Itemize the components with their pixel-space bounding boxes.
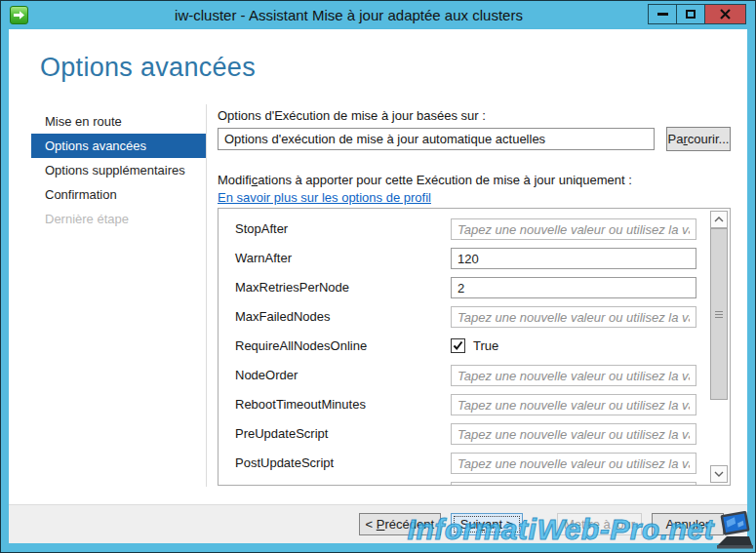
based-on-label: Options d'Exécution de mise à jour basée… bbox=[218, 108, 486, 123]
option-label: RequireAllNodesOnline bbox=[235, 332, 367, 361]
scrollbar-grip bbox=[715, 311, 723, 312]
sidebar-item-mise-en-route[interactable]: Mise en route bbox=[31, 109, 206, 134]
checkmark-icon bbox=[453, 340, 463, 351]
option-checkbox-label: True bbox=[473, 332, 498, 361]
option-row-nodeorder: NodeOrder bbox=[219, 361, 706, 390]
close-icon bbox=[720, 9, 731, 20]
option-label: RebootTimeoutMinutes bbox=[235, 390, 366, 419]
option-row-reboottimeoutminutes: RebootTimeoutMinutes bbox=[219, 390, 706, 419]
chevron-up-icon bbox=[714, 217, 724, 222]
sidebar-divider bbox=[206, 104, 207, 487]
option-input-postupdatescript[interactable] bbox=[451, 453, 696, 474]
option-label: WarnAfter bbox=[235, 244, 292, 273]
window-controls bbox=[649, 4, 746, 24]
previous-button[interactable]: < Précédent bbox=[359, 513, 441, 535]
wizard-steps-sidebar: Mise en route Options avancées Options s… bbox=[31, 109, 206, 231]
based-on-input[interactable] bbox=[218, 128, 655, 150]
option-input-nodeorder[interactable] bbox=[451, 365, 696, 386]
options-listbox: StopAfterWarnAfterMaxRetriesPerNodeMaxFa… bbox=[218, 208, 731, 486]
option-row-warnafter: WarnAfter bbox=[219, 244, 706, 273]
sidebar-item-options-supplementaires[interactable]: Options supplémentaires bbox=[31, 158, 206, 182]
browse-button[interactable]: Parcourir... bbox=[666, 127, 731, 151]
option-row-postupdatescript: PostUpdateScript bbox=[219, 449, 706, 478]
option-input-stopafter[interactable] bbox=[451, 218, 696, 240]
option-input-preupdatescript[interactable] bbox=[451, 423, 696, 445]
option-label: MaxRetriesPerNode bbox=[235, 273, 349, 302]
option-input-configurationname[interactable] bbox=[451, 482, 696, 486]
cancel-button[interactable]: Annuler bbox=[652, 513, 724, 535]
close-button[interactable] bbox=[704, 4, 746, 24]
option-label: StopAfter bbox=[235, 215, 288, 244]
option-label: MaxFailedNodes bbox=[235, 302, 331, 332]
minimize-icon bbox=[657, 13, 668, 16]
option-input-maxretriespernode[interactable] bbox=[451, 277, 696, 298]
scrollbar-up-button[interactable] bbox=[710, 211, 728, 228]
next-button[interactable]: Suivant > bbox=[451, 513, 523, 535]
browse-button-label-end: courir... bbox=[688, 132, 730, 146]
option-checkbox-requireallnodesonline[interactable] bbox=[451, 338, 465, 353]
scrollbar-down-button[interactable] bbox=[710, 465, 728, 483]
window-title: iw-cluster - Assistant Mise à jour adapt… bbox=[60, 1, 638, 29]
update-button: Mettre à jour bbox=[557, 513, 642, 535]
option-row-preupdatescript: PreUpdateScript bbox=[219, 419, 706, 449]
green-arrow-icon bbox=[13, 10, 25, 20]
sidebar-item-confirmation[interactable]: Confirmation bbox=[31, 182, 206, 207]
option-row-maxfailednodes: MaxFailedNodes bbox=[219, 302, 706, 332]
sidebar-item-derniere-etape: Dernière étape bbox=[31, 207, 206, 231]
cau-wizard-icon bbox=[10, 6, 28, 24]
wizard-body: Options avancées Mise en route Options a… bbox=[9, 29, 747, 543]
maximize-button[interactable] bbox=[676, 4, 705, 24]
option-label: ConfigurationName bbox=[235, 478, 344, 486]
browse-button-label: Pa bbox=[668, 132, 684, 146]
chevron-down-icon bbox=[714, 471, 724, 477]
sidebar-item-options-avancees[interactable]: Options avancées bbox=[31, 134, 206, 158]
option-input-maxfailednodes[interactable] bbox=[451, 306, 696, 328]
option-row-configurationname: ConfigurationName bbox=[219, 478, 706, 486]
option-label: PreUpdateScript bbox=[235, 419, 328, 449]
wizard-window: iw-cluster - Assistant Mise à jour adapt… bbox=[0, 0, 756, 553]
title-bar: iw-cluster - Assistant Mise à jour adapt… bbox=[1, 1, 755, 29]
option-row-stopafter: StopAfter bbox=[219, 215, 706, 244]
option-row-maxretriespernode: MaxRetriesPerNode bbox=[219, 273, 706, 302]
option-input-warnafter[interactable] bbox=[451, 248, 696, 269]
main-content: Options d'Exécution de mise à jour basée… bbox=[218, 29, 731, 488]
modifications-label: Modifications à apporter pour cette Exéc… bbox=[218, 173, 632, 187]
maximize-icon bbox=[686, 10, 696, 19]
option-row-requireallnodesonline: RequireAllNodesOnlineTrue bbox=[219, 332, 706, 361]
vertical-scrollbar[interactable] bbox=[710, 211, 728, 483]
footer-button-bar: < Précédent Suivant > Mettre à jour Annu… bbox=[9, 504, 747, 543]
option-input-reboottimeoutminutes[interactable] bbox=[451, 394, 696, 415]
options-rows: StopAfterWarnAfterMaxRetriesPerNodeMaxFa… bbox=[219, 215, 706, 486]
learn-more-link[interactable]: En savoir plus sur les options de profil bbox=[218, 190, 431, 205]
scrollbar-thumb[interactable] bbox=[710, 228, 728, 400]
option-label: NodeOrder bbox=[235, 361, 298, 390]
option-label: PostUpdateScript bbox=[235, 449, 334, 478]
minimize-button[interactable] bbox=[648, 4, 677, 24]
